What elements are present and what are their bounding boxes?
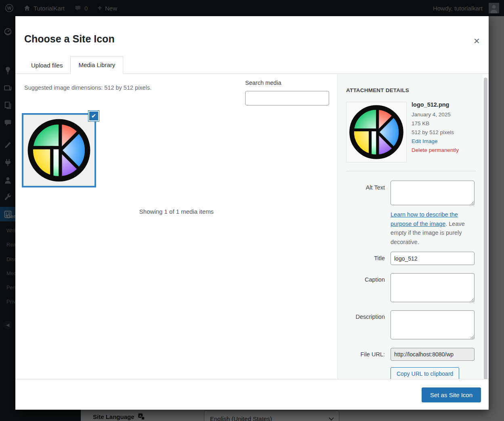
panel-scrollbar-thumb[interactable]: [484, 78, 487, 387]
suggested-dimensions-text: Suggested image dimensions: 512 by 512 p…: [24, 84, 151, 91]
details-divider: [346, 171, 476, 171]
attachment-details-heading: ATTACHMENT DETAILS: [346, 87, 409, 93]
copy-url-button[interactable]: Copy URL to clipboard: [391, 367, 459, 380]
selected-check-icon[interactable]: ✔: [88, 111, 99, 121]
caption-label: Caption: [338, 276, 385, 283]
modal-header: Choose a Site Icon × Upload files Media …: [15, 16, 489, 74]
set-as-site-icon-button[interactable]: Set as Site Icon: [422, 387, 481, 402]
tab-media-library[interactable]: Media Library: [70, 56, 123, 74]
edit-image-link[interactable]: Edit Image: [412, 137, 480, 146]
title-label: Title: [338, 255, 385, 261]
modal-title: Choose a Site Icon: [24, 33, 115, 45]
modal-toolbar: Set as Site Icon: [15, 379, 489, 410]
search-media-input[interactable]: [245, 91, 329, 105]
file-url-input[interactable]: [391, 348, 475, 361]
close-icon[interactable]: ×: [474, 36, 480, 46]
tutorialkart-logo-image-small: [348, 104, 405, 160]
search-media-label: Search media: [245, 80, 281, 86]
tutorialkart-logo-image: [26, 118, 92, 183]
attachment-meta: logo_512.png January 4, 2025 175 KB 512 …: [412, 100, 480, 155]
attachment-date: January 4, 2025: [412, 110, 480, 119]
attachment-filesize: 175 KB: [412, 119, 480, 128]
attachment-filename: logo_512.png: [412, 100, 480, 109]
showing-count-text: Showing 1 of 1 media items: [15, 208, 338, 215]
title-input[interactable]: [391, 252, 475, 265]
attachments-browser: Suggested image dimensions: 512 by 512 p…: [15, 74, 338, 379]
media-frame-content: Suggested image dimensions: 512 by 512 p…: [15, 74, 489, 379]
panel-scrollbar-track: [483, 74, 489, 379]
choose-site-icon-modal: Choose a Site Icon × Upload files Media …: [15, 16, 489, 410]
alt-text-label: Alt Text: [338, 184, 385, 191]
tab-upload-files[interactable]: Upload files: [23, 57, 70, 74]
attachment-item-selected[interactable]: ✔: [22, 113, 96, 187]
attachment-dimensions: 512 by 512 pixels: [412, 128, 480, 137]
alt-text-help: Learn how to describe the purpose of the…: [391, 210, 476, 246]
media-modal-tabs: Upload files Media Library: [23, 56, 123, 74]
description-label: Description: [338, 314, 385, 320]
caption-input[interactable]: [391, 273, 475, 302]
file-url-label: File URL:: [338, 351, 385, 358]
attachment-details-panel: ATTACHMENT DETAILS logo_512.png January …: [338, 74, 489, 379]
delete-permanently-link[interactable]: Delete permanently: [412, 146, 480, 155]
attachment-thumbnail: [23, 115, 94, 186]
details-thumbnail: [346, 102, 407, 162]
alt-text-input[interactable]: [391, 181, 475, 205]
description-input[interactable]: [391, 310, 475, 339]
